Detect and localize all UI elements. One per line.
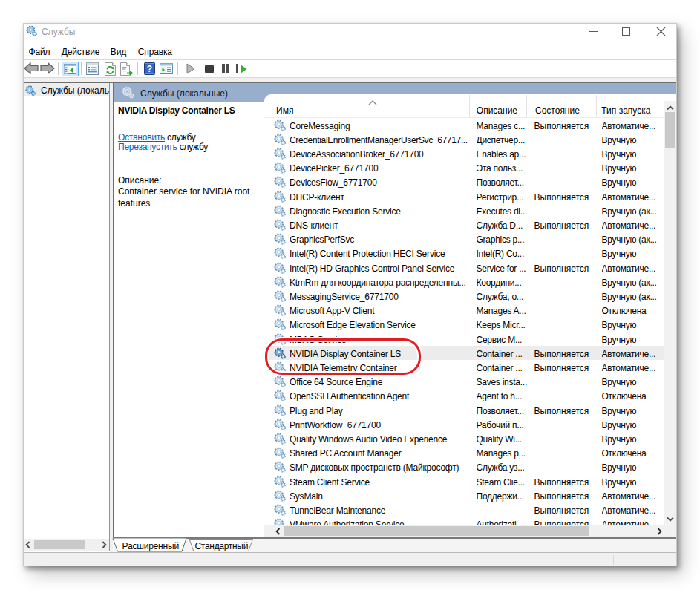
svg-text:?: ? — [146, 64, 151, 74]
